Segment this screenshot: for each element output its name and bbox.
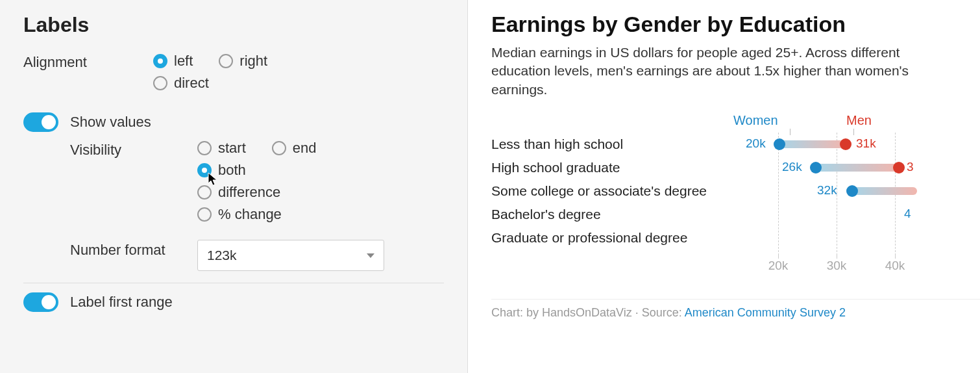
section-title-labels: Labels bbox=[23, 13, 444, 37]
chart-area: Women Men Less than high school 20k 31k bbox=[491, 113, 980, 282]
value-women: 32k bbox=[817, 183, 837, 198]
radio-label: start bbox=[218, 140, 246, 157]
data-row: Bachelor's degree 4 bbox=[491, 203, 920, 226]
category-label: Less than high school bbox=[491, 136, 623, 152]
range-bar bbox=[779, 140, 846, 148]
legend-men: Men bbox=[846, 113, 872, 128]
dot-women-icon bbox=[774, 138, 785, 150]
radio-circle-icon bbox=[197, 207, 212, 222]
radio-circle-icon bbox=[272, 141, 286, 155]
credit-text: Chart: by HandsOnDataViz · Source: bbox=[491, 306, 685, 319]
data-row: High school graduate 26k 3 bbox=[491, 156, 920, 179]
value-men: 31k bbox=[856, 136, 876, 151]
range-bar bbox=[852, 187, 917, 195]
radio-circle-icon bbox=[219, 54, 233, 68]
credit-link[interactable]: American Community Survey 2 bbox=[685, 306, 846, 319]
radio-visibility-difference[interactable]: difference bbox=[197, 184, 280, 201]
toggle-show-values[interactable] bbox=[23, 112, 58, 132]
toggle-label-first-range-row: Label first range bbox=[23, 292, 444, 312]
alignment-label: Alignment bbox=[23, 53, 153, 71]
radio-circle-icon bbox=[197, 185, 212, 199]
number-format-label: Number format bbox=[70, 240, 197, 260]
toggle-show-values-row: Show values bbox=[23, 112, 444, 132]
axis-tick-icon bbox=[895, 253, 896, 259]
axis-tick-label: 20k bbox=[768, 259, 789, 273]
axis-tick-icon bbox=[778, 253, 779, 259]
radio-label: difference bbox=[218, 184, 280, 201]
field-alignment: Alignment left right direct bbox=[23, 53, 444, 97]
radio-circle-icon bbox=[153, 76, 167, 90]
axis-tick-label: 30k bbox=[827, 259, 847, 273]
dot-men-icon bbox=[840, 138, 851, 150]
select-number-format[interactable]: 123k bbox=[197, 240, 384, 271]
range-bar bbox=[816, 164, 899, 172]
chart-subtitle: Median earnings in US dollars for people… bbox=[491, 44, 933, 99]
radio-alignment-direct[interactable]: direct bbox=[153, 75, 209, 92]
data-row: Some college or associate's degree 32k bbox=[491, 179, 920, 203]
radio-label: direct bbox=[174, 75, 209, 92]
radio-dot-icon bbox=[153, 54, 167, 68]
chart-credit: Chart: by HandsOnDataViz · Source: Ameri… bbox=[491, 299, 980, 320]
toggle-show-values-label: Show values bbox=[70, 114, 151, 131]
toggle-label-first-range-label: Label first range bbox=[70, 294, 173, 311]
x-axis: 20k 30k 40k bbox=[491, 253, 920, 273]
dot-women-icon bbox=[810, 162, 822, 174]
field-number-format: Number format 123k bbox=[70, 240, 444, 271]
legend-women: Women bbox=[733, 113, 778, 128]
data-row: Graduate or professional degree bbox=[491, 226, 920, 250]
chevron-down-icon bbox=[367, 253, 374, 258]
radio-label: % change bbox=[218, 206, 282, 223]
radio-visibility-end[interactable]: end bbox=[272, 140, 317, 157]
value-women: 26k bbox=[782, 160, 802, 174]
radio-visibility-pct-change[interactable]: % change bbox=[197, 206, 282, 223]
toggle-label-first-range[interactable] bbox=[23, 292, 58, 312]
radio-alignment-right[interactable]: right bbox=[219, 53, 267, 70]
data-row: Less than high school 20k 31k bbox=[491, 133, 920, 156]
radio-label: both bbox=[218, 162, 246, 179]
chart-title: Earnings by Gender by Education bbox=[491, 12, 980, 37]
dot-men-icon bbox=[893, 162, 905, 174]
radio-label: right bbox=[239, 53, 267, 70]
axis-tick-icon bbox=[837, 253, 837, 259]
radio-label: end bbox=[293, 140, 317, 157]
chart-preview: Earnings by Gender by Education Median e… bbox=[467, 0, 980, 373]
visibility-label: Visibility bbox=[70, 140, 197, 160]
radio-visibility-both[interactable]: both bbox=[197, 162, 246, 179]
radio-circle-icon bbox=[197, 141, 212, 155]
value-women: 20k bbox=[746, 136, 766, 151]
value-partial: 4 bbox=[904, 207, 911, 221]
radio-visibility-start[interactable]: start bbox=[197, 140, 246, 157]
value-men: 3 bbox=[907, 160, 914, 174]
category-label: Bachelor's degree bbox=[491, 207, 601, 222]
radio-dot-icon bbox=[197, 163, 212, 177]
divider bbox=[23, 283, 444, 283]
select-value: 123k bbox=[207, 248, 237, 263]
axis-tick-label: 40k bbox=[885, 259, 905, 273]
radio-alignment-left[interactable]: left bbox=[153, 53, 193, 70]
category-label: Some college or associate's degree bbox=[491, 183, 707, 199]
settings-panel: Labels Alignment left right bbox=[0, 0, 467, 373]
dot-women-icon bbox=[846, 185, 858, 197]
category-label: Graduate or professional degree bbox=[491, 230, 687, 246]
radio-label: left bbox=[174, 53, 193, 70]
field-visibility: Visibility start end bbox=[70, 140, 444, 228]
category-label: High school graduate bbox=[491, 160, 620, 175]
